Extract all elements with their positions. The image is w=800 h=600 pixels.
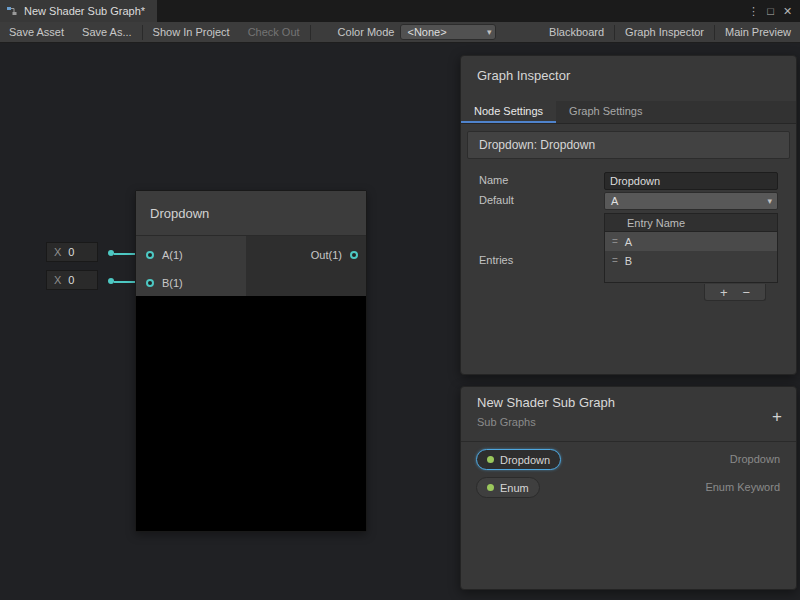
tab-graph-settings[interactable]: Graph Settings bbox=[556, 101, 655, 123]
save-as-button[interactable]: Save As... bbox=[73, 22, 141, 43]
port-circle-icon[interactable] bbox=[350, 251, 358, 259]
drag-handle-icon[interactable]: = bbox=[612, 236, 618, 247]
graph-inspector-panel: Graph Inspector Node Settings Graph Sett… bbox=[460, 55, 797, 375]
graph-inspector-toggle-button[interactable]: Graph Inspector bbox=[616, 22, 713, 43]
dropdown-node[interactable]: Dropdown A(1) B(1) Out(1) bbox=[135, 190, 367, 532]
inspector-tabs: Node Settings Graph Settings bbox=[461, 101, 796, 124]
tab-node-settings[interactable]: Node Settings bbox=[461, 101, 556, 123]
node-preview bbox=[136, 296, 366, 531]
chevron-down-icon: ▾ bbox=[767, 196, 772, 206]
property-type: Dropdown bbox=[730, 453, 780, 465]
port-value-field-b[interactable]: X 0 bbox=[46, 270, 98, 290]
port-label: A(1) bbox=[162, 249, 183, 261]
entries-list-footer: + − bbox=[704, 284, 766, 301]
port-value[interactable]: 0 bbox=[68, 274, 74, 286]
input-port-b[interactable]: B(1) bbox=[146, 277, 183, 289]
entry-row-a[interactable]: = A bbox=[605, 232, 777, 251]
blackboard-item-dropdown[interactable]: Dropdown Dropdown bbox=[461, 449, 796, 473]
color-mode-label: Color Mode bbox=[312, 26, 401, 38]
property-type: Enum Keyword bbox=[705, 481, 780, 493]
entries-list-padding bbox=[605, 270, 777, 282]
blackboard-subtitle: Sub Graphs bbox=[477, 416, 536, 428]
save-asset-button[interactable]: Save Asset bbox=[0, 22, 73, 43]
window-maximize-icon[interactable]: □ bbox=[762, 5, 779, 17]
entry-name: A bbox=[625, 236, 632, 248]
input-port-a[interactable]: A(1) bbox=[146, 249, 183, 261]
axis-label: X bbox=[47, 246, 68, 258]
tab-title: New Shader Sub Graph* bbox=[24, 5, 145, 17]
output-port-out[interactable]: Out(1) bbox=[311, 249, 358, 261]
toolbar-separator bbox=[310, 25, 311, 40]
inspector-title: Graph Inspector bbox=[477, 68, 570, 83]
window-close-icon[interactable]: ✕ bbox=[779, 5, 796, 18]
toolbar: Save Asset Save As... Show In Project Ch… bbox=[0, 22, 800, 43]
port-circle-icon[interactable] bbox=[146, 279, 154, 287]
blackboard-panel: New Shader Sub Graph Sub Graphs + Dropdo… bbox=[460, 386, 797, 590]
color-mode-value: <None> bbox=[407, 26, 446, 38]
add-property-button[interactable]: + bbox=[772, 408, 782, 425]
name-label: Name bbox=[479, 174, 508, 186]
default-value: A bbox=[611, 195, 618, 207]
toolbar-separator bbox=[142, 25, 143, 40]
exposed-dot-icon bbox=[487, 484, 494, 491]
toolbar-separator bbox=[714, 25, 715, 40]
property-name: Enum bbox=[500, 482, 529, 494]
property-pill-dropdown[interactable]: Dropdown bbox=[476, 449, 561, 470]
node-ports: A(1) B(1) Out(1) bbox=[136, 236, 366, 296]
blackboard-toggle-button[interactable]: Blackboard bbox=[540, 22, 613, 43]
toolbar-separator bbox=[614, 25, 615, 40]
port-label: B(1) bbox=[162, 277, 183, 289]
exposed-dot-icon bbox=[487, 456, 494, 463]
blackboard-title: New Shader Sub Graph bbox=[477, 395, 615, 410]
color-mode-dropdown[interactable]: <None> ▾ bbox=[400, 24, 496, 40]
entries-list: Entry Name = A = B bbox=[604, 213, 778, 283]
chevron-down-icon: ▾ bbox=[487, 27, 492, 37]
app-window: New Shader Sub Graph* ⋮ □ ✕ Save Asset S… bbox=[0, 0, 800, 600]
window-menu-icon[interactable]: ⋮ bbox=[745, 5, 762, 18]
port-label: Out(1) bbox=[311, 249, 342, 261]
entries-list-header: Entry Name bbox=[605, 214, 777, 232]
blackboard-divider bbox=[461, 441, 796, 442]
window-controls: ⋮ □ ✕ bbox=[745, 0, 800, 22]
port-value[interactable]: 0 bbox=[68, 246, 74, 258]
check-out-button: Check Out bbox=[239, 22, 309, 43]
document-tab[interactable]: New Shader Sub Graph* bbox=[0, 0, 157, 22]
blackboard-item-enum[interactable]: Enum Enum Keyword bbox=[461, 477, 796, 501]
property-pill-enum[interactable]: Enum bbox=[476, 477, 540, 498]
axis-label: X bbox=[47, 274, 68, 286]
shader-subgraph-icon bbox=[6, 5, 18, 17]
entry-row-b[interactable]: = B bbox=[605, 251, 777, 270]
node-title[interactable]: Dropdown bbox=[136, 191, 366, 236]
remove-entry-button[interactable]: − bbox=[742, 285, 750, 300]
name-input[interactable]: Dropdown bbox=[604, 172, 778, 190]
entry-name: B bbox=[625, 255, 632, 267]
port-value-field-a[interactable]: X 0 bbox=[46, 242, 98, 262]
node-settings-section-header: Dropdown: Dropdown bbox=[467, 131, 790, 159]
default-dropdown[interactable]: A ▾ bbox=[604, 192, 778, 210]
default-label: Default bbox=[479, 194, 514, 206]
titlebar: New Shader Sub Graph* ⋮ □ ✕ bbox=[0, 0, 800, 22]
main-preview-toggle-button[interactable]: Main Preview bbox=[716, 22, 800, 43]
entries-label: Entries bbox=[479, 254, 513, 266]
port-circle-icon[interactable] bbox=[146, 251, 154, 259]
drag-handle-icon[interactable]: = bbox=[612, 255, 618, 266]
property-name: Dropdown bbox=[500, 454, 550, 466]
show-in-project-button[interactable]: Show In Project bbox=[144, 22, 239, 43]
add-entry-button[interactable]: + bbox=[720, 285, 728, 300]
